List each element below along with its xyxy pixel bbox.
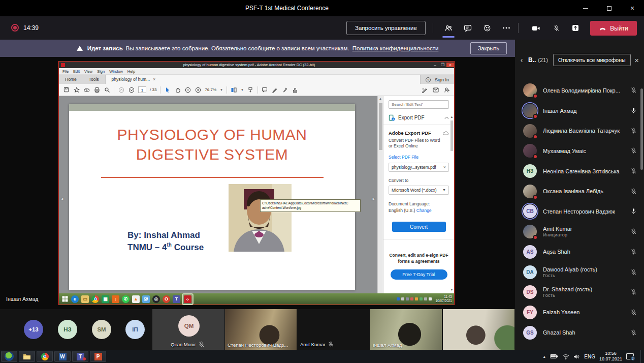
sign-in-link[interactable]: Sign In [435, 77, 449, 82]
chat-button[interactable] [460, 22, 475, 34]
file-explorer-icon[interactable]: ▭ [81, 295, 89, 303]
leave-button[interactable]: Выйти [590, 21, 637, 36]
cloud-upload-icon[interactable] [83, 86, 90, 93]
file-explorer-button[interactable] [19, 351, 35, 362]
participant-row[interactable]: AS Aqsa Shah [515, 242, 644, 262]
tab-document[interactable]: physiology of hum... × [105, 75, 421, 84]
participant-avatar[interactable]: ІП [125, 320, 145, 339]
tab-tools[interactable]: Tools [83, 75, 105, 84]
page-view-icon[interactable] [231, 86, 237, 93]
zoom-dropdown-icon[interactable]: ▼ [220, 88, 223, 92]
tray-icon[interactable] [420, 297, 423, 300]
help-icon[interactable]: ? [426, 77, 431, 82]
mic-muted-icon[interactable] [630, 87, 637, 94]
minimize-button[interactable] [574, 0, 597, 16]
word-button[interactable]: W [54, 351, 71, 362]
tray-icon[interactable] [410, 297, 413, 300]
mic-muted-icon[interactable] [630, 188, 637, 195]
mic-muted-icon[interactable] [630, 128, 637, 134]
network-icon[interactable] [424, 297, 427, 300]
next-page-arrow-icon[interactable]: ► [372, 197, 376, 201]
language-change-link[interactable]: Change [416, 208, 432, 213]
prev-page-arrow-icon[interactable]: ◄ [60, 197, 64, 201]
mic-button[interactable] [549, 22, 564, 34]
shared-clock[interactable]: 11:45 10/07/2021 [435, 295, 452, 304]
participants-button[interactable] [441, 22, 456, 34]
fill-sign-icon[interactable] [421, 86, 428, 93]
save-icon[interactable] [63, 86, 70, 93]
back-chevron-icon[interactable]: ‹ [515, 56, 528, 64]
request-control-button[interactable]: Запросить управление [346, 21, 426, 35]
whatsapp-icon[interactable]: ✆ [122, 295, 130, 303]
participant-row[interactable]: Людмила Василівна Татарчук [515, 120, 644, 141]
participant-row[interactable]: Amit KumarИнициатор [515, 222, 644, 242]
participant-row[interactable]: GS Ghazal Shah [515, 322, 644, 343]
select-pdf-file-link[interactable]: Select PDF File [389, 155, 449, 160]
privacy-policy-link[interactable]: Политика конфиденциальности [352, 45, 439, 51]
video-tile[interactable]: Степан Несторович Вадз... [225, 309, 297, 350]
participant-row[interactable]: Мухаммад Умаіс [515, 141, 644, 161]
participant-row[interactable]: Іншал Ахмад [515, 101, 644, 121]
participant-avatar[interactable]: SM [92, 320, 111, 339]
reactions-button[interactable] [479, 22, 495, 34]
remove-file-icon[interactable]: × [443, 165, 446, 170]
teams-icon[interactable]: T [173, 295, 180, 303]
send-file-icon[interactable] [432, 86, 439, 93]
mic-muted-icon[interactable] [630, 329, 637, 336]
close-panel-icon[interactable]: × [634, 56, 639, 65]
internet-explorer-icon[interactable]: e [71, 295, 79, 303]
tray-icon[interactable] [406, 297, 409, 300]
download-manager-icon[interactable]: ↓ [112, 295, 119, 303]
menu-edit[interactable]: Edit [73, 69, 80, 74]
tools-search-input[interactable] [389, 100, 449, 109]
scrollbar-thumb[interactable] [379, 103, 382, 150]
participant-row[interactable]: DS Dr. Shahzad (гость)Гость [515, 282, 644, 302]
page-number-input[interactable]: 1 [138, 86, 146, 93]
sheets-icon[interactable]: ▦ [102, 295, 109, 303]
start-button[interactable] [1, 351, 17, 362]
acrobat-minimize-button[interactable]: – [431, 63, 439, 67]
print-icon[interactable] [93, 86, 100, 93]
more-actions-button[interactable] [499, 22, 514, 34]
pdf-document-area[interactable]: PHYSIOLOGY OF HUMAN DIGESTIVE SYSTEM By:… [59, 96, 383, 293]
mic-muted-icon[interactable] [630, 147, 637, 154]
start-icon[interactable] [61, 295, 69, 303]
clock[interactable]: 10:56 10.07.2021 [599, 351, 622, 362]
stamp-icon[interactable] [292, 86, 299, 93]
obs-icon[interactable]: ◎ [152, 295, 160, 303]
chrome-icon[interactable] [91, 295, 99, 303]
volume-icon[interactable] [429, 297, 432, 300]
collapse-chevron-icon[interactable] [444, 116, 449, 119]
video-tile[interactable] [443, 309, 514, 350]
panel-scrollbar-thumb[interactable] [640, 88, 643, 170]
menu-view[interactable]: View [84, 69, 92, 74]
convert-button[interactable]: Convert [392, 222, 446, 232]
selected-file-chip[interactable]: physiology...system.pdf × [389, 163, 449, 172]
opera-icon[interactable]: O [163, 295, 170, 303]
banner-close-button[interactable]: Закрыть [470, 42, 507, 54]
tab-close-icon[interactable]: × [153, 77, 155, 82]
participant-avatar[interactable]: НЗ [58, 320, 77, 339]
tab-home[interactable]: Home [59, 75, 83, 84]
battery-icon[interactable] [550, 354, 558, 359]
bluetooth-icon[interactable] [397, 297, 400, 300]
page-down-icon[interactable] [128, 86, 135, 93]
hidden-icons-chevron[interactable]: ▲ [542, 355, 546, 358]
find-icon[interactable] [104, 86, 110, 93]
scroll-mode-icon[interactable] [247, 86, 254, 93]
mic-on-icon[interactable] [630, 107, 637, 114]
vlc-icon[interactable]: ▲ [132, 295, 140, 303]
acrobat-close-button[interactable]: × [446, 63, 454, 67]
participant-row[interactable]: НЗ Неоніла Євгенівна Зятківська [515, 161, 644, 182]
video-tile[interactable]: Amit Kumar [298, 309, 369, 350]
teams-button[interactable]: T [72, 351, 88, 362]
zoom-out-icon[interactable] [184, 86, 191, 93]
adobe-reader-icon[interactable]: ⌔ [184, 295, 191, 303]
tray-icon[interactable] [401, 297, 404, 300]
video-tile[interactable]: Іншал Ахмад [370, 309, 442, 350]
menu-window[interactable]: Window [109, 69, 123, 74]
language-indicator[interactable]: ENG [584, 354, 595, 359]
camera-button[interactable] [528, 22, 543, 34]
panel-scrollbar[interactable]: ▲▼ [450, 115, 454, 291]
participant-row[interactable]: Олена Володимирівна Покр... [515, 80, 644, 101]
